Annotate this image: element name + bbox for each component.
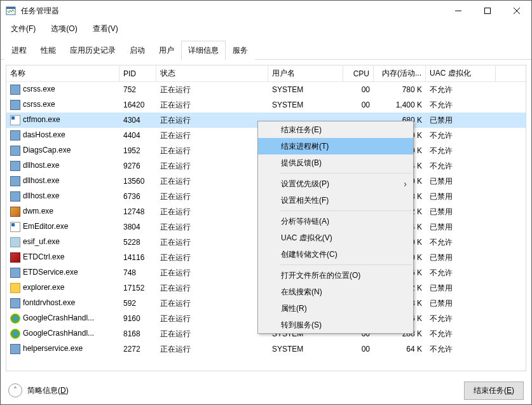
cell-pid: 16420	[119, 100, 156, 109]
tab-services[interactable]: 服务	[226, 41, 255, 60]
context-menu: 结束任务(E) 结束进程树(T) 提供反馈(B) 设置优先级(P) 设置相关性(…	[257, 121, 414, 334]
table-row[interactable]: helperservice.exe2272正在运行SYSTEM0064 K不允许	[6, 341, 526, 357]
process-icon	[10, 85, 20, 95]
ctx-analyze-wait-chain[interactable]: 分析等待链(A)	[258, 213, 413, 230]
ctx-open-file-location[interactable]: 打开文件所在的位置(O)	[258, 267, 413, 284]
tab-details[interactable]: 详细信息	[181, 41, 226, 60]
col-cpu[interactable]: CPU	[343, 65, 374, 81]
cell-name: dwm.exe	[6, 207, 119, 217]
tab-app-history[interactable]: 应用历史记录	[63, 41, 123, 60]
footer: ˄ 简略信息(D) 结束任务(E)	[1, 376, 531, 404]
cell-status: 正在运行	[156, 130, 268, 141]
cell-pid: 9160	[119, 314, 156, 323]
process-icon	[10, 283, 20, 293]
cell-name: ETDCtrl.exe	[6, 252, 119, 263]
cell-cpu: 00	[343, 85, 374, 94]
ctx-end-process-tree[interactable]: 结束进程树(T)	[258, 138, 413, 154]
maximize-button[interactable]	[473, 1, 502, 20]
col-status[interactable]: 状态	[156, 65, 268, 81]
ctx-create-dump[interactable]: 创建转储文件(C)	[258, 246, 413, 263]
menu-view[interactable]: 查看(V)	[89, 22, 122, 36]
process-icon	[10, 268, 20, 278]
process-icon	[10, 222, 20, 232]
ctx-uac-virtualization[interactable]: UAC 虚拟化(V)	[258, 230, 413, 246]
ctx-go-to-service[interactable]: 转到服务(S)	[258, 317, 413, 333]
cell-pid: 14116	[119, 253, 156, 262]
ctx-set-affinity[interactable]: 设置相关性(F)	[258, 192, 413, 209]
cell-pid: 12748	[119, 207, 156, 216]
tab-users[interactable]: 用户	[152, 41, 181, 60]
ctx-separator	[280, 173, 412, 174]
col-pid[interactable]: PID	[119, 65, 156, 81]
process-icon	[10, 115, 20, 125]
svg-rect-1	[6, 7, 15, 9]
cell-uac: 已禁用	[426, 191, 496, 202]
cell-user: SYSTEM	[268, 100, 343, 109]
ctx-properties[interactable]: 属性(R)	[258, 300, 413, 317]
process-icon	[10, 191, 20, 202]
cell-pid: 6736	[119, 192, 156, 201]
table-header: 名称 PID 状态 用户名 CPU 内存(活动... UAC 虚拟化	[6, 65, 526, 82]
cell-name: fontdrvhost.exe	[6, 298, 119, 308]
menu-file[interactable]: 文件(F)	[7, 22, 39, 36]
cell-pid: 13560	[119, 177, 156, 186]
process-icon	[10, 344, 20, 354]
menu-options[interactable]: 选项(O)	[47, 22, 81, 36]
cell-uac: 不允许	[426, 329, 496, 340]
ctx-provide-feedback[interactable]: 提供反馈(B)	[258, 154, 413, 171]
cell-pid: 1952	[119, 146, 156, 155]
cell-uac: 不允许	[426, 85, 496, 95]
cell-pid: 5228	[119, 238, 156, 247]
cell-name: DiagsCap.exe	[6, 146, 119, 156]
maximize-icon	[484, 8, 491, 14]
cell-pid: 592	[119, 299, 156, 308]
end-task-button[interactable]: 结束任务(E)	[464, 381, 524, 400]
minimize-button[interactable]	[444, 1, 473, 20]
cell-uac: 不允许	[426, 130, 496, 141]
ctx-set-priority[interactable]: 设置优先级(P)	[258, 175, 413, 192]
cell-name: csrss.exe	[6, 85, 119, 95]
tab-performance[interactable]: 性能	[34, 41, 63, 60]
process-icon	[10, 176, 20, 186]
cell-cpu: 00	[343, 100, 374, 109]
cell-uac: 不允许	[426, 146, 496, 156]
cell-pid: 17152	[119, 284, 156, 292]
process-icon	[10, 207, 20, 217]
cell-status: 正在运行	[156, 237, 268, 248]
tab-startup[interactable]: 启动	[123, 41, 152, 60]
tabs: 进程 性能 应用历史记录 启动 用户 详细信息 服务	[1, 40, 531, 60]
col-memory[interactable]: 内存(活动...	[374, 65, 426, 81]
cell-user: SYSTEM	[268, 345, 343, 354]
cell-pid: 9276	[119, 161, 156, 170]
cell-uac: 不允许	[426, 344, 496, 355]
cell-uac: 已禁用	[426, 176, 496, 187]
cell-name: explorer.exe	[6, 283, 119, 293]
cell-name: dllhost.exe	[6, 176, 119, 186]
col-user[interactable]: 用户名	[268, 65, 343, 81]
cell-name: EmEditor.exe	[6, 222, 119, 232]
cell-name: ETDService.exe	[6, 268, 119, 278]
cell-uac: 已禁用	[426, 115, 496, 126]
cell-pid: 748	[119, 268, 156, 277]
table-row[interactable]: csrss.exe16420正在运行SYSTEM001,400 K不允许	[6, 97, 526, 113]
cell-name: csrss.exe	[6, 100, 119, 110]
cell-status: 正在运行	[156, 344, 268, 355]
cell-name: dasHost.exe	[6, 130, 119, 141]
ctx-end-task[interactable]: 结束任务(E)	[258, 121, 413, 138]
fewer-details-link[interactable]: ˄ 简略信息(D)	[8, 383, 69, 397]
titlebar[interactable]: 任务管理器	[1, 1, 531, 21]
cell-pid: 8168	[119, 329, 156, 338]
cell-uac: 已禁用	[426, 207, 496, 217]
close-button[interactable]	[502, 1, 531, 20]
cell-status: 正在运行	[156, 298, 268, 309]
col-uac[interactable]: UAC 虚拟化	[426, 65, 496, 81]
col-name[interactable]: 名称	[6, 65, 119, 81]
cell-status: 正在运行	[156, 283, 268, 294]
cell-memory: 780 K	[374, 85, 426, 94]
ctx-search-online[interactable]: 在线搜索(N)	[258, 284, 413, 300]
table-row[interactable]: csrss.exe752正在运行SYSTEM00780 K不允许	[6, 82, 526, 97]
cell-pid: 4404	[119, 131, 156, 140]
process-icon	[10, 100, 20, 110]
cell-uac: 已禁用	[426, 298, 496, 309]
tab-processes[interactable]: 进程	[4, 41, 34, 60]
